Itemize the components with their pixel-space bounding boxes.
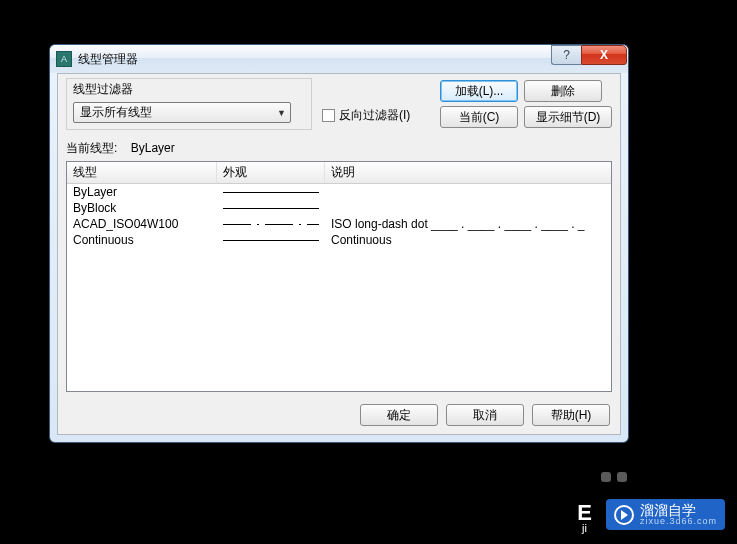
- filter-combo-value: 显示所有线型: [80, 104, 152, 121]
- cell-appearance: [217, 240, 325, 241]
- cancel-button[interactable]: 取消: [446, 404, 524, 426]
- dialog-bottom-buttons: 确定 取消 帮助(H): [58, 398, 620, 434]
- window-buttons: ? X: [551, 45, 627, 65]
- current-linetype-row: 当前线型: ByLayer: [58, 136, 620, 159]
- list-header: 线型 外观 说明: [67, 162, 611, 184]
- ok-button[interactable]: 确定: [360, 404, 438, 426]
- list-body: ByLayerByBlockACAD_ISO04W100ISO long-das…: [67, 184, 611, 248]
- solid-line-icon: [223, 240, 319, 241]
- watermark-logo: 溜溜自学 zixue.3d66.com: [606, 499, 725, 530]
- filter-groupbox: 线型过滤器 显示所有线型 ▼: [66, 78, 312, 130]
- chevron-down-icon: ▼: [277, 108, 286, 118]
- table-row[interactable]: ByBlock: [67, 200, 611, 216]
- right-button-column: 加载(L)... 删除 当前(C) 显示细节(D): [440, 78, 612, 130]
- linetype-list[interactable]: 线型 外观 说明 ByLayerByBlockACAD_ISO04W100ISO…: [66, 161, 612, 392]
- linetype-manager-dialog: A 线型管理器 ? X 线型过滤器 显示所有线型 ▼ 反向过滤器(I) 加载(L…: [49, 44, 629, 443]
- load-button[interactable]: 加载(L)...: [440, 80, 518, 102]
- close-button[interactable]: X: [581, 45, 627, 65]
- invert-filter-label: 反向过滤器(I): [339, 107, 410, 124]
- solid-line-icon: [223, 208, 319, 209]
- cell-appearance: [217, 192, 325, 193]
- dialog-title: 线型管理器: [78, 51, 551, 68]
- solid-line-icon: [223, 192, 319, 193]
- filter-combo[interactable]: 显示所有线型 ▼: [73, 102, 291, 123]
- table-row[interactable]: ACAD_ISO04W100ISO long-dash dot ____ . _…: [67, 216, 611, 232]
- show-details-button[interactable]: 显示细节(D): [524, 106, 612, 128]
- col-description[interactable]: 说明: [325, 162, 611, 183]
- cell-description: ISO long-dash dot ____ . ____ . ____ . _…: [325, 217, 611, 231]
- col-appearance[interactable]: 外观: [217, 162, 325, 183]
- dashdot-line-icon: [223, 224, 319, 225]
- play-icon: [614, 505, 634, 525]
- cell-linetype: ByLayer: [67, 185, 217, 199]
- help-bottom-button[interactable]: 帮助(H): [532, 404, 610, 426]
- current-linetype-label: 当前线型:: [66, 141, 117, 155]
- col-linetype[interactable]: 线型: [67, 162, 217, 183]
- decorative-dots: [601, 472, 627, 482]
- cell-appearance: [217, 224, 325, 225]
- help-button[interactable]: ?: [551, 45, 581, 65]
- cell-description: Continuous: [325, 233, 611, 247]
- app-icon: A: [56, 51, 72, 67]
- logo-cn: 溜溜自学: [640, 503, 717, 517]
- invert-filter-checkbox[interactable]: 反向过滤器(I): [322, 100, 410, 130]
- cell-appearance: [217, 208, 325, 209]
- client-area: 线型过滤器 显示所有线型 ▼ 反向过滤器(I) 加载(L)... 删除 当前(C…: [57, 73, 621, 435]
- table-row[interactable]: ByLayer: [67, 184, 611, 200]
- current-button[interactable]: 当前(C): [440, 106, 518, 128]
- cell-linetype: ByBlock: [67, 201, 217, 215]
- cell-linetype: Continuous: [67, 233, 217, 247]
- cell-linetype: ACAD_ISO04W100: [67, 217, 217, 231]
- watermark-small: ji: [582, 522, 587, 534]
- delete-button[interactable]: 删除: [524, 80, 602, 102]
- filter-group-label: 线型过滤器: [73, 81, 305, 98]
- current-linetype-value: ByLayer: [131, 141, 175, 155]
- checkbox-icon: [322, 109, 335, 122]
- logo-en: zixue.3d66.com: [640, 517, 717, 526]
- top-controls: 线型过滤器 显示所有线型 ▼ 反向过滤器(I) 加载(L)... 删除 当前(C…: [58, 74, 620, 136]
- table-row[interactable]: ContinuousContinuous: [67, 232, 611, 248]
- titlebar[interactable]: A 线型管理器 ? X: [50, 45, 628, 73]
